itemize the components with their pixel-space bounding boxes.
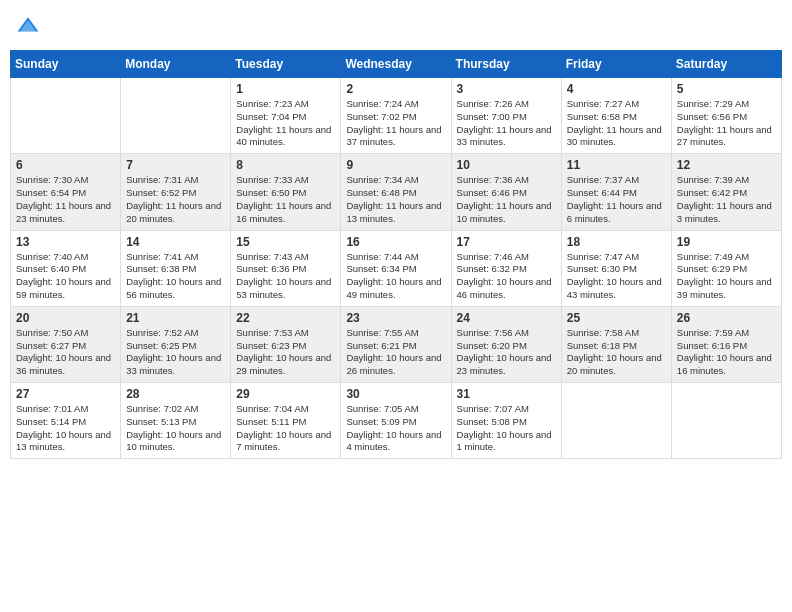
calendar-cell: 12Sunrise: 7:39 AM Sunset: 6:42 PM Dayli… [671, 154, 781, 230]
day-number: 19 [677, 235, 776, 249]
day-info: Sunrise: 7:43 AM Sunset: 6:36 PM Dayligh… [236, 251, 335, 302]
day-info: Sunrise: 7:59 AM Sunset: 6:16 PM Dayligh… [677, 327, 776, 378]
calendar-cell: 26Sunrise: 7:59 AM Sunset: 6:16 PM Dayli… [671, 306, 781, 382]
day-info: Sunrise: 7:53 AM Sunset: 6:23 PM Dayligh… [236, 327, 335, 378]
day-info: Sunrise: 7:37 AM Sunset: 6:44 PM Dayligh… [567, 174, 666, 225]
day-info: Sunrise: 7:07 AM Sunset: 5:08 PM Dayligh… [457, 403, 556, 454]
day-info: Sunrise: 7:56 AM Sunset: 6:20 PM Dayligh… [457, 327, 556, 378]
calendar-cell [11, 78, 121, 154]
calendar-cell [121, 78, 231, 154]
day-info: Sunrise: 7:33 AM Sunset: 6:50 PM Dayligh… [236, 174, 335, 225]
day-number: 15 [236, 235, 335, 249]
page-header [10, 10, 782, 42]
day-info: Sunrise: 7:02 AM Sunset: 5:13 PM Dayligh… [126, 403, 225, 454]
day-number: 17 [457, 235, 556, 249]
day-info: Sunrise: 7:41 AM Sunset: 6:38 PM Dayligh… [126, 251, 225, 302]
calendar-cell: 25Sunrise: 7:58 AM Sunset: 6:18 PM Dayli… [561, 306, 671, 382]
calendar-week-row: 1Sunrise: 7:23 AM Sunset: 7:04 PM Daylig… [11, 78, 782, 154]
day-number: 24 [457, 311, 556, 325]
day-number: 6 [16, 158, 115, 172]
calendar-week-row: 6Sunrise: 7:30 AM Sunset: 6:54 PM Daylig… [11, 154, 782, 230]
day-number: 13 [16, 235, 115, 249]
day-number: 26 [677, 311, 776, 325]
column-header-friday: Friday [561, 51, 671, 78]
day-info: Sunrise: 7:04 AM Sunset: 5:11 PM Dayligh… [236, 403, 335, 454]
day-number: 10 [457, 158, 556, 172]
day-number: 30 [346, 387, 445, 401]
day-info: Sunrise: 7:49 AM Sunset: 6:29 PM Dayligh… [677, 251, 776, 302]
calendar-cell: 28Sunrise: 7:02 AM Sunset: 5:13 PM Dayli… [121, 383, 231, 459]
day-info: Sunrise: 7:58 AM Sunset: 6:18 PM Dayligh… [567, 327, 666, 378]
day-number: 1 [236, 82, 335, 96]
calendar-cell: 14Sunrise: 7:41 AM Sunset: 6:38 PM Dayli… [121, 230, 231, 306]
day-info: Sunrise: 7:44 AM Sunset: 6:34 PM Dayligh… [346, 251, 445, 302]
column-header-monday: Monday [121, 51, 231, 78]
calendar-cell: 4Sunrise: 7:27 AM Sunset: 6:58 PM Daylig… [561, 78, 671, 154]
calendar-cell: 9Sunrise: 7:34 AM Sunset: 6:48 PM Daylig… [341, 154, 451, 230]
day-info: Sunrise: 7:23 AM Sunset: 7:04 PM Dayligh… [236, 98, 335, 149]
calendar-cell: 23Sunrise: 7:55 AM Sunset: 6:21 PM Dayli… [341, 306, 451, 382]
day-info: Sunrise: 7:01 AM Sunset: 5:14 PM Dayligh… [16, 403, 115, 454]
day-info: Sunrise: 7:31 AM Sunset: 6:52 PM Dayligh… [126, 174, 225, 225]
calendar-cell: 29Sunrise: 7:04 AM Sunset: 5:11 PM Dayli… [231, 383, 341, 459]
calendar-week-row: 13Sunrise: 7:40 AM Sunset: 6:40 PM Dayli… [11, 230, 782, 306]
day-number: 12 [677, 158, 776, 172]
column-header-tuesday: Tuesday [231, 51, 341, 78]
day-info: Sunrise: 7:39 AM Sunset: 6:42 PM Dayligh… [677, 174, 776, 225]
day-number: 22 [236, 311, 335, 325]
calendar-cell: 15Sunrise: 7:43 AM Sunset: 6:36 PM Dayli… [231, 230, 341, 306]
day-number: 18 [567, 235, 666, 249]
day-info: Sunrise: 7:30 AM Sunset: 6:54 PM Dayligh… [16, 174, 115, 225]
day-number: 29 [236, 387, 335, 401]
day-info: Sunrise: 7:40 AM Sunset: 6:40 PM Dayligh… [16, 251, 115, 302]
calendar-cell: 2Sunrise: 7:24 AM Sunset: 7:02 PM Daylig… [341, 78, 451, 154]
column-header-saturday: Saturday [671, 51, 781, 78]
day-number: 25 [567, 311, 666, 325]
calendar-cell: 5Sunrise: 7:29 AM Sunset: 6:56 PM Daylig… [671, 78, 781, 154]
day-info: Sunrise: 7:47 AM Sunset: 6:30 PM Dayligh… [567, 251, 666, 302]
calendar-header-row: SundayMondayTuesdayWednesdayThursdayFrid… [11, 51, 782, 78]
calendar-cell: 13Sunrise: 7:40 AM Sunset: 6:40 PM Dayli… [11, 230, 121, 306]
calendar-cell: 24Sunrise: 7:56 AM Sunset: 6:20 PM Dayli… [451, 306, 561, 382]
day-number: 9 [346, 158, 445, 172]
day-info: Sunrise: 7:27 AM Sunset: 6:58 PM Dayligh… [567, 98, 666, 149]
calendar-cell [671, 383, 781, 459]
calendar-week-row: 27Sunrise: 7:01 AM Sunset: 5:14 PM Dayli… [11, 383, 782, 459]
day-number: 27 [16, 387, 115, 401]
day-number: 21 [126, 311, 225, 325]
calendar-cell: 27Sunrise: 7:01 AM Sunset: 5:14 PM Dayli… [11, 383, 121, 459]
day-number: 23 [346, 311, 445, 325]
logo [16, 14, 44, 38]
calendar-week-row: 20Sunrise: 7:50 AM Sunset: 6:27 PM Dayli… [11, 306, 782, 382]
day-number: 4 [567, 82, 666, 96]
day-info: Sunrise: 7:52 AM Sunset: 6:25 PM Dayligh… [126, 327, 225, 378]
day-number: 28 [126, 387, 225, 401]
calendar-cell: 18Sunrise: 7:47 AM Sunset: 6:30 PM Dayli… [561, 230, 671, 306]
calendar-cell: 19Sunrise: 7:49 AM Sunset: 6:29 PM Dayli… [671, 230, 781, 306]
calendar-cell: 6Sunrise: 7:30 AM Sunset: 6:54 PM Daylig… [11, 154, 121, 230]
column-header-thursday: Thursday [451, 51, 561, 78]
day-info: Sunrise: 7:50 AM Sunset: 6:27 PM Dayligh… [16, 327, 115, 378]
calendar-cell: 21Sunrise: 7:52 AM Sunset: 6:25 PM Dayli… [121, 306, 231, 382]
column-header-sunday: Sunday [11, 51, 121, 78]
day-number: 5 [677, 82, 776, 96]
day-number: 2 [346, 82, 445, 96]
calendar-cell: 16Sunrise: 7:44 AM Sunset: 6:34 PM Dayli… [341, 230, 451, 306]
day-number: 14 [126, 235, 225, 249]
day-info: Sunrise: 7:55 AM Sunset: 6:21 PM Dayligh… [346, 327, 445, 378]
day-info: Sunrise: 7:26 AM Sunset: 7:00 PM Dayligh… [457, 98, 556, 149]
logo-icon [16, 14, 40, 38]
calendar-cell: 10Sunrise: 7:36 AM Sunset: 6:46 PM Dayli… [451, 154, 561, 230]
day-number: 3 [457, 82, 556, 96]
day-number: 8 [236, 158, 335, 172]
calendar-cell: 30Sunrise: 7:05 AM Sunset: 5:09 PM Dayli… [341, 383, 451, 459]
calendar-cell [561, 383, 671, 459]
calendar-cell: 8Sunrise: 7:33 AM Sunset: 6:50 PM Daylig… [231, 154, 341, 230]
calendar-cell: 7Sunrise: 7:31 AM Sunset: 6:52 PM Daylig… [121, 154, 231, 230]
calendar-cell: 11Sunrise: 7:37 AM Sunset: 6:44 PM Dayli… [561, 154, 671, 230]
day-info: Sunrise: 7:46 AM Sunset: 6:32 PM Dayligh… [457, 251, 556, 302]
calendar-table: SundayMondayTuesdayWednesdayThursdayFrid… [10, 50, 782, 459]
calendar-cell: 17Sunrise: 7:46 AM Sunset: 6:32 PM Dayli… [451, 230, 561, 306]
calendar-cell: 22Sunrise: 7:53 AM Sunset: 6:23 PM Dayli… [231, 306, 341, 382]
calendar-cell: 3Sunrise: 7:26 AM Sunset: 7:00 PM Daylig… [451, 78, 561, 154]
